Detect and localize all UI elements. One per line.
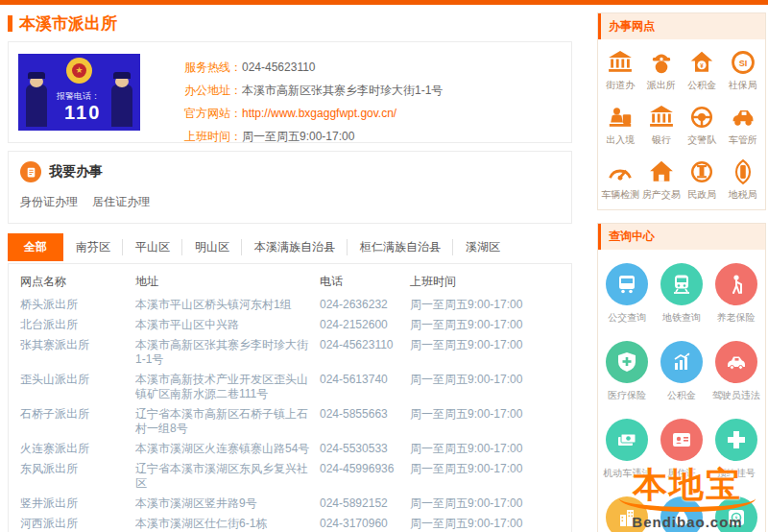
station-phone: 024-2152600 [320,315,410,335]
station-phone: 024-3170960 [320,514,410,532]
network-item-real-estate[interactable]: 房产交易 [641,158,683,202]
services-title: 我要办事 [49,163,103,181]
services-doc-icon [20,161,41,182]
query-center-title: 查询中心 [598,224,765,250]
table-header-row: 网点名称 地址 电话 上班时间 [9,266,571,295]
car-icon [725,351,748,374]
station-name-link[interactable]: 张其寨派出所 [9,335,135,370]
station-address: 辽宁省本溪市溪湖区东风乡复兴社区 [135,459,320,494]
bank-icon [648,104,675,131]
station-address: 本溪市溪湖区竖井路9号 [135,494,320,514]
network-item-vehicle-admin[interactable]: 车管所 [723,104,764,147]
table-row: 张其寨派出所 本溪市高新区张其寨乡李时珍大街1-1号 024-45623110 … [9,335,571,370]
table-row: 河西派出所 本溪市溪湖区仕仁街6-1栋 024-3170960 周一至周五9:0… [9,514,571,532]
station-phone: 024-45996936 [320,459,410,494]
address-value: 本溪市高新区张其寨乡李时珍大街1-1号 [242,84,443,97]
network-item-bank[interactable]: 银行 [641,104,683,147]
station-phone: 024-5855663 [320,404,410,439]
query-item-pension[interactable]: 养老保险 [708,263,763,325]
col-hours-header: 上班时间 [410,266,571,295]
stations-table: 网点名称 地址 电话 上班时间 桥头派出所 本溪市平山区桥头镇河东村1组 024… [9,266,571,532]
table-row: 歪头山派出所 本溪市高新技术产业开发区歪头山镇矿区南新水源二巷111号 024-… [9,370,571,404]
table-row: 火连寨派出所 本溪市溪湖区火连寨镇寨山路54号 024-5530533 周一至周… [9,439,571,459]
bendibao-logo[interactable]: 本地宝 Bendibao.com [611,468,764,530]
official-website-link[interactable]: http://www.bxgaggfwpt.gov.cn/ [242,107,396,120]
elder-icon [725,273,748,296]
table-row: 北台派出所 本溪市平山区中兴路 024-2152600 周一至周五9:00-17… [9,315,571,335]
police-110-image: ★ 报警电话： 110 [18,54,140,131]
query-item-housing-fund[interactable]: 公积金 [655,341,709,402]
station-name-link[interactable]: 桥头派出所 [9,295,135,315]
link-id-card-service[interactable]: 身份证办理 [20,195,78,208]
table-row: 东风派出所 辽宁省本溪市溪湖区东风乡复兴社区 024-45996936 周一至周… [9,459,571,494]
tab-nanfen[interactable]: 南芬区 [63,233,123,261]
station-name-link[interactable]: 河西派出所 [9,514,135,532]
station-name-link[interactable]: 竖井派出所 [9,494,135,514]
id-card-icon [670,428,693,451]
page-title-row: 本溪市派出所 [8,12,572,34]
tab-xihu[interactable]: 溪湖区 [453,233,513,261]
station-hours: 周一至周五9:00-17:00 [410,295,571,315]
station-phone: 024-45623110 [320,335,410,370]
service-locations-panel: 办事网点 街道办 派出所 ¥ 公积金 SI 社保局 [597,12,766,210]
svg-text:SI: SI [738,59,747,68]
bank-icon [607,49,634,76]
my-services-card: 我要办事 身份证办理 居住证办理 [8,151,572,224]
station-hours: 周一至周五9:00-17:00 [410,370,571,404]
query-item-bus[interactable]: 公交查询 [600,263,655,325]
station-address: 本溪市平山区中兴路 [135,315,320,335]
network-item-vehicle-inspection[interactable]: 车辆检测 [600,158,641,202]
bendibao-logo-en: Bendibao.com [611,514,764,530]
network-item-street-office[interactable]: 街道办 [600,49,641,92]
query-item-medical-insurance[interactable]: 医疗保险 [600,341,655,402]
police-emblem-icon: ★ [66,58,92,84]
network-item-civil-affairs[interactable]: 民政局 [682,158,723,202]
station-name-link[interactable]: 北台派出所 [9,315,135,335]
network-item-traffic-police[interactable]: 交警队 [682,104,723,147]
police-officer-left-icon [26,85,47,127]
col-address-header: 地址 [135,266,320,295]
network-item-housing-fund[interactable]: ¥ 公积金 [682,49,723,92]
tab-huanren-county[interactable]: 桓仁满族自治县 [348,233,453,261]
emblem-icon [688,158,715,185]
car-icon [730,104,756,131]
station-address: 辽宁省本溪市高新区石桥子镇上石村一组8号 [135,404,320,439]
query-item-metro[interactable]: 地铁查询 [655,263,709,325]
police-icon [648,49,675,76]
immigration-icon [607,104,634,131]
bendibao-logo-cn: 本地宝 [611,468,764,502]
medical-cross-icon [725,428,748,451]
tab-mingshan[interactable]: 明山区 [182,233,242,261]
col-phone-header: 电话 [320,266,410,295]
station-name-link[interactable]: 火连寨派出所 [9,439,135,459]
network-item-social-security[interactable]: SI 社保局 [723,49,764,92]
tab-benxi-county[interactable]: 本溪满族自治县 [242,233,348,261]
station-address: 本溪市溪湖区仕仁街6-1栋 [135,514,320,532]
shield-icon [615,351,638,374]
station-hours: 周一至周五9:00-17:00 [410,404,571,439]
network-item-police-station[interactable]: 派出所 [641,49,683,92]
station-phone: 024-5530533 [320,439,410,459]
station-name-link[interactable]: 东风派出所 [9,459,135,494]
service-locations-title: 办事网点 [598,13,765,39]
station-name-link[interactable]: 石桥子派出所 [9,404,135,439]
query-item-driver-violation[interactable]: 驾驶员违法 [708,341,763,402]
tab-all[interactable]: 全部 [8,233,63,261]
address-line: 办公地址：本溪市高新区张其寨乡李时珍大街1-1号 [184,79,443,102]
gauge-icon [607,158,634,185]
station-hours: 周一至周五9:00-17:00 [410,514,571,532]
link-residence-permit-service[interactable]: 居住证办理 [92,195,150,208]
house-coin-icon: ¥ [688,49,715,76]
network-item-tax-bureau[interactable]: 地税局 [723,158,764,202]
station-hours: 周一至周五9:00-17:00 [410,315,571,335]
table-row: 桥头派出所 本溪市平山区桥头镇河东村1组 024-2636232 周一至周五9:… [9,295,571,315]
social-insurance-icon: SI [730,49,756,76]
station-address: 本溪市高新区张其寨乡李时珍大街1-1号 [135,335,320,370]
network-item-immigration[interactable]: 出入境 [600,104,641,147]
station-name-link[interactable]: 歪头山派出所 [9,370,135,404]
tab-pingshan[interactable]: 平山区 [123,233,182,261]
train-icon [670,273,693,296]
tax-badge-icon [730,158,756,185]
chart-icon [670,351,693,374]
stations-table-card: 网点名称 地址 电话 上班时间 桥头派出所 本溪市平山区桥头镇河东村1组 024… [8,263,572,532]
